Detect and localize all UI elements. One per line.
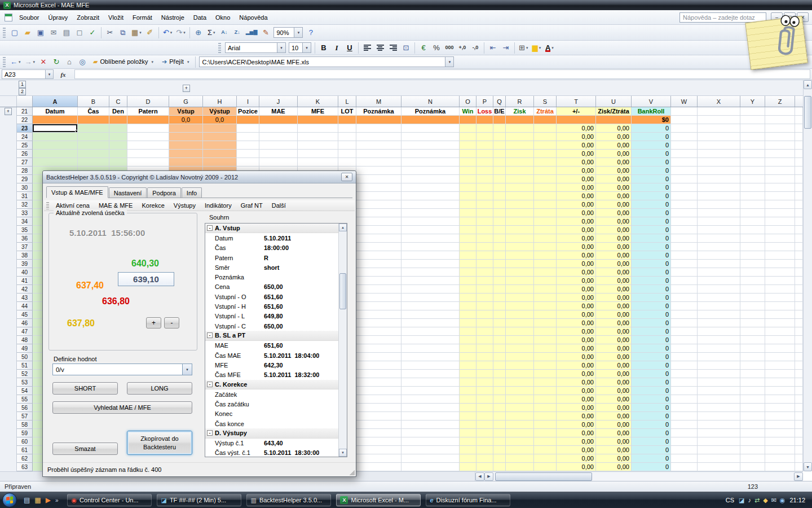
cell-y27[interactable] [740, 158, 765, 167]
cell-u22[interactable] [596, 116, 632, 124]
collapse-icon[interactable]: - [207, 332, 213, 338]
summary-group-a-vstup[interactable]: -A. Vstup [205, 224, 338, 233]
cell-q31[interactable] [493, 192, 506, 200]
cell-o31[interactable] [460, 192, 476, 200]
cell-z47[interactable] [765, 327, 795, 336]
outline-level-2-button[interactable]: 2 [19, 88, 26, 95]
refresh-button[interactable]: ↻ [50, 56, 63, 68]
cell-t49[interactable]: 0,00 [557, 344, 596, 353]
cell-p60[interactable] [476, 437, 493, 446]
cell-o21[interactable]: Win [460, 107, 476, 116]
cell-i27[interactable] [237, 158, 259, 167]
dropdown-arrow-icon[interactable]: ▾ [302, 43, 311, 52]
cell-c25[interactable] [109, 141, 127, 150]
cell-q56[interactable] [493, 404, 506, 412]
stop-button[interactable]: ✕ [37, 56, 50, 68]
select-all-button[interactable] [17, 96, 33, 107]
cell-p25[interactable] [476, 141, 493, 150]
cell-p43[interactable] [476, 294, 493, 302]
cell-u61[interactable]: 0,00 [596, 446, 632, 454]
cell-v30[interactable]: 0 [632, 183, 671, 192]
cell-u37[interactable]: 0,00 [596, 243, 632, 251]
cell-w50[interactable] [671, 353, 698, 361]
decrease-indent-button[interactable]: ⇤ [487, 42, 499, 54]
summary-item-cas-vyst-c-1[interactable]: Čas výst. č.15.10.2011 18:30:00 [205, 448, 338, 457]
cell-v63[interactable]: 0 [632, 463, 671, 471]
cell-n43[interactable] [401, 294, 460, 302]
copy-button[interactable]: ⧉ [117, 27, 129, 39]
cell-i22[interactable] [237, 116, 259, 124]
cell-u53[interactable]: 0,00 [596, 378, 632, 387]
cut-button[interactable]: ✂ [104, 27, 116, 39]
cell-p52[interactable] [476, 370, 493, 378]
format-painter-button[interactable]: ✐ [144, 27, 156, 39]
cell-x30[interactable] [698, 183, 740, 192]
summary-group-b-sl-a-pt[interactable]: -B. SL a PT [205, 331, 338, 340]
cell-t51[interactable]: 0,00 [557, 361, 596, 370]
cell-g23[interactable] [169, 124, 203, 133]
cell-q44[interactable] [493, 302, 506, 310]
cell-r36[interactable] [506, 234, 534, 243]
horizontal-scroll-thumb[interactable] [495, 472, 592, 481]
cell-o37[interactable] [460, 243, 476, 251]
cell-q49[interactable] [493, 344, 506, 353]
dialog-menu-korekce[interactable]: Korekce [137, 202, 169, 209]
cell-l22[interactable] [338, 116, 356, 124]
cell-d21[interactable]: Patern [127, 107, 169, 116]
cell-u44[interactable]: 0,00 [596, 302, 632, 310]
cell-m54[interactable] [356, 387, 401, 395]
cell-s21[interactable]: Ztráta [534, 107, 557, 116]
cell-x35[interactable] [698, 226, 740, 234]
row-header-40[interactable]: 40 [17, 268, 33, 277]
cell-q21[interactable]: B/E [493, 107, 506, 116]
cell-y52[interactable] [740, 370, 765, 378]
cell-s40[interactable] [534, 268, 557, 277]
cell-r22[interactable] [506, 116, 534, 124]
print-button[interactable]: ▤ [60, 27, 73, 39]
cell-o34[interactable] [460, 217, 476, 226]
cell-s46[interactable] [534, 319, 557, 327]
row-header-63[interactable]: 63 [17, 463, 33, 471]
cell-a21[interactable]: Datum [33, 107, 78, 116]
cell-t27[interactable]: 0,00 [557, 158, 596, 167]
cell-q26[interactable] [493, 150, 506, 158]
cell-x25[interactable] [698, 141, 740, 150]
cell-x40[interactable] [698, 268, 740, 277]
cell-p61[interactable] [476, 446, 493, 454]
cell-t40[interactable]: 0,00 [557, 268, 596, 277]
cell-w41[interactable] [671, 277, 698, 285]
cell-v51[interactable]: 0 [632, 361, 671, 370]
cell-u21[interactable]: Zisk/Ztráta [596, 107, 632, 116]
task-browser[interactable]: eDiskuzní fórum Fina... [426, 494, 510, 506]
cell-t50[interactable]: 0,00 [557, 353, 596, 361]
row-header-33[interactable]: 33 [17, 209, 33, 217]
cell-p49[interactable] [476, 344, 493, 353]
cell-t63[interactable]: 0,00 [557, 463, 596, 471]
row-header-53[interactable]: 53 [17, 378, 33, 387]
cell-z54[interactable] [765, 387, 795, 395]
cell-y51[interactable] [740, 361, 765, 370]
cell-o38[interactable] [460, 251, 476, 260]
dialog-menu-vystupy[interactable]: Výstupy [169, 202, 200, 209]
cell-p48[interactable] [476, 336, 493, 344]
column-header-c[interactable]: C [109, 96, 127, 107]
cell-t28[interactable]: 0,00 [557, 167, 596, 175]
cell-m52[interactable] [356, 370, 401, 378]
borders-button[interactable]: ⊞▾ [517, 42, 529, 54]
cell-r43[interactable] [506, 294, 534, 302]
drawing-button[interactable]: ✎ [259, 27, 272, 39]
cell-x29[interactable] [698, 175, 740, 183]
row-header-28[interactable]: 28 [17, 167, 33, 175]
cell-v50[interactable]: 0 [632, 353, 671, 361]
cell-t24[interactable]: 0,00 [557, 133, 596, 141]
dialog-close-button[interactable]: ✕ [341, 173, 352, 181]
cell-j23[interactable] [259, 124, 298, 133]
cell-t62[interactable]: 0,00 [557, 454, 596, 463]
cell-r50[interactable] [506, 353, 534, 361]
cell-t33[interactable]: 0,00 [557, 209, 596, 217]
cell-w21[interactable] [671, 107, 698, 116]
column-header-i[interactable]: I [237, 96, 259, 107]
column-group-expand-button[interactable]: + [183, 85, 190, 92]
scroll-up-button[interactable]: ▲ [804, 80, 812, 89]
cell-p41[interactable] [476, 277, 493, 285]
